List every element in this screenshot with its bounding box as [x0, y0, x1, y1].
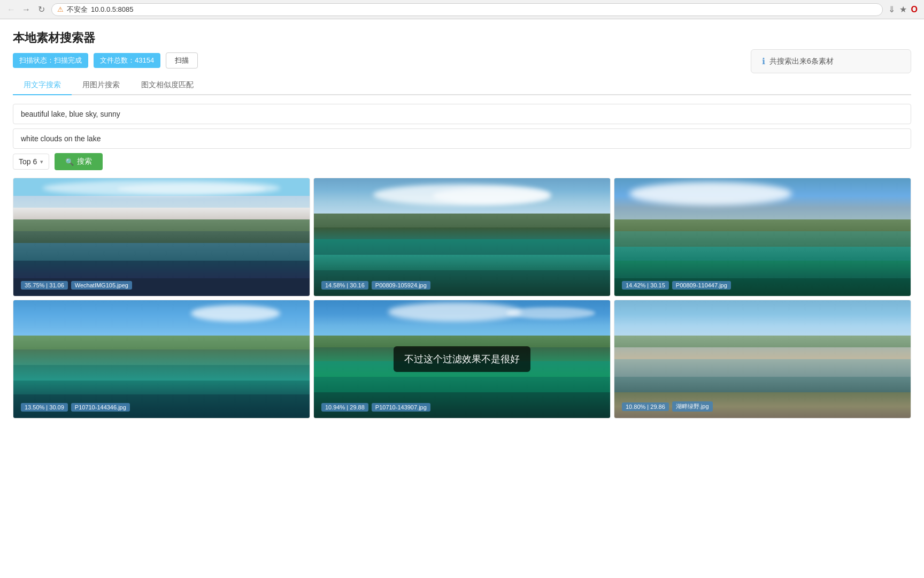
page-title: 本地素材搜索器 — [13, 30, 911, 46]
result-card-1[interactable]: 35.75% | 31.06 WechatIMG105.jpeg — [13, 178, 310, 296]
results-grid: 35.75% | 31.06 WechatIMG105.jpeg 14.58% … — [13, 178, 911, 419]
result-score-1: 35.75% | 31.06 — [21, 281, 68, 290]
chevron-down-icon: ▾ — [40, 158, 43, 165]
result-meta-3: 14.42% | 30.15 P00809-110447.jpg — [618, 278, 735, 293]
result-card-6[interactable]: 10.80% | 29.86 湖畔绿野.jpg — [614, 300, 911, 419]
result-filename-4: P10710-144346.jpg — [71, 403, 130, 412]
back-button[interactable]: ← — [6, 5, 16, 14]
result-meta-6: 10.80% | 29.86 湖畔绿野.jpg — [618, 398, 717, 415]
search-area: Top 6 ▾ 🔍 搜索 — [13, 104, 911, 170]
address-bar[interactable]: ⚠ 不安全 10.0.0.5:8085 — [51, 3, 883, 16]
download-icon[interactable]: ⇓ — [888, 4, 895, 14]
search-btn-label: 搜索 — [77, 157, 92, 166]
info-text: 共搜索出来6条素材 — [769, 57, 834, 66]
result-meta-4: 13.50% | 30.09 P10710-144346.jpg — [17, 400, 134, 415]
result-filename-3: P00809-110447.jpg — [672, 281, 731, 290]
warning-icon: ⚠ — [57, 5, 64, 13]
search-tabs: 用文字搜索 用图片搜索 图文相似度匹配 — [13, 76, 911, 95]
result-score-5: 10.94% | 29.88 — [321, 403, 368, 412]
result-meta-5: 10.94% | 29.88 P10710-143907.jpg — [317, 400, 435, 415]
top-select-dropdown[interactable]: Top 6 ▾ — [13, 154, 49, 170]
refresh-button[interactable]: ↻ — [36, 5, 46, 14]
result-meta-2: 14.58% | 30.16 P00809-105924.jpg — [317, 278, 435, 293]
top-select-value: Top 6 — [19, 157, 37, 166]
search-query1-input[interactable] — [13, 104, 911, 124]
info-banner: ℹ 共搜索出来6条素材 — [751, 49, 911, 73]
opera-icon: O — [911, 5, 918, 14]
file-count-button[interactable]: 文件总数：43154 — [94, 53, 160, 68]
result-filename-1: WechatIMG105.jpeg — [71, 281, 132, 290]
result-score-4: 13.50% | 30.09 — [21, 403, 68, 412]
app-container: ℹ 共搜索出来6条素材 本地素材搜索器 扫描状态：扫描完成 文件总数：43154… — [0, 19, 924, 578]
forward-button[interactable]: → — [21, 5, 31, 14]
info-icon: ℹ — [762, 56, 765, 66]
result-filename-6: 湖畔绿野.jpg — [672, 401, 713, 412]
result-score-6: 10.80% | 29.86 — [622, 402, 669, 411]
search-query2-input[interactable] — [13, 128, 911, 149]
result-card-5[interactable]: 不过这个过滤效果不是很好 10.94% | 29.88 P10710-14390… — [313, 300, 611, 419]
search-icon: 🔍 — [65, 158, 74, 166]
url-text: 10.0.0.5:8085 — [91, 5, 134, 13]
search-button[interactable]: 🔍 搜索 — [55, 153, 103, 170]
result-filename-5: P10710-143907.jpg — [372, 403, 430, 412]
result-card-3[interactable]: 14.42% | 30.15 P00809-110447.jpg — [614, 178, 911, 296]
result-card-2[interactable]: 14.58% | 30.16 P00809-105924.jpg — [313, 178, 611, 296]
star-icon[interactable]: ★ — [899, 4, 907, 14]
scan-status-button[interactable]: 扫描状态：扫描完成 — [13, 53, 88, 68]
tab-image-search[interactable]: 用图片搜索 — [72, 76, 130, 95]
browser-chrome: ← → ↻ ⚠ 不安全 10.0.0.5:8085 ⇓ ★ O — [0, 0, 924, 19]
browser-actions: ⇓ ★ O — [888, 4, 918, 14]
result-score-2: 14.58% | 30.16 — [321, 281, 368, 290]
tab-image-match[interactable]: 图文相似度匹配 — [130, 76, 204, 95]
security-label: 不安全 — [67, 5, 88, 14]
result-score-3: 14.42% | 30.15 — [622, 281, 669, 290]
result-filename-2: P00809-105924.jpg — [372, 281, 430, 290]
result-meta-1: 35.75% | 31.06 WechatIMG105.jpeg — [17, 278, 136, 293]
tab-text-search[interactable]: 用文字搜索 — [13, 76, 72, 95]
scan-button[interactable]: 扫描 — [166, 52, 198, 69]
result-card-4[interactable]: 13.50% | 30.09 P10710-144346.jpg — [13, 300, 310, 419]
search-controls: Top 6 ▾ 🔍 搜索 — [13, 153, 911, 170]
